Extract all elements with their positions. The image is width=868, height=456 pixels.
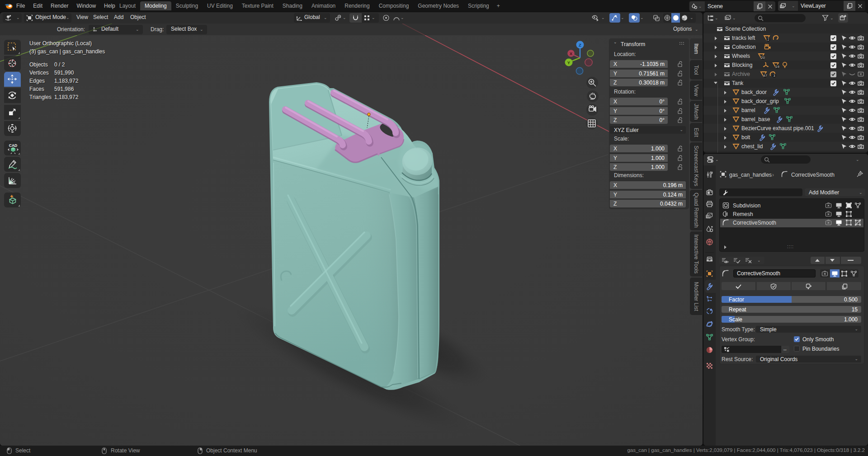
svg-text:CAD: CAD [9, 143, 17, 148]
svg-text:20: 20 [761, 56, 764, 60]
svg-text:2: 2 [767, 38, 769, 42]
svg-text:47: 47 [763, 74, 767, 78]
svg-text:Z: Z [579, 42, 581, 47]
svg-text:3: 3 [773, 74, 775, 78]
svg-text:19: 19 [775, 65, 779, 69]
svg-text:X: X [570, 52, 572, 56]
svg-text:Y: Y [567, 60, 571, 65]
